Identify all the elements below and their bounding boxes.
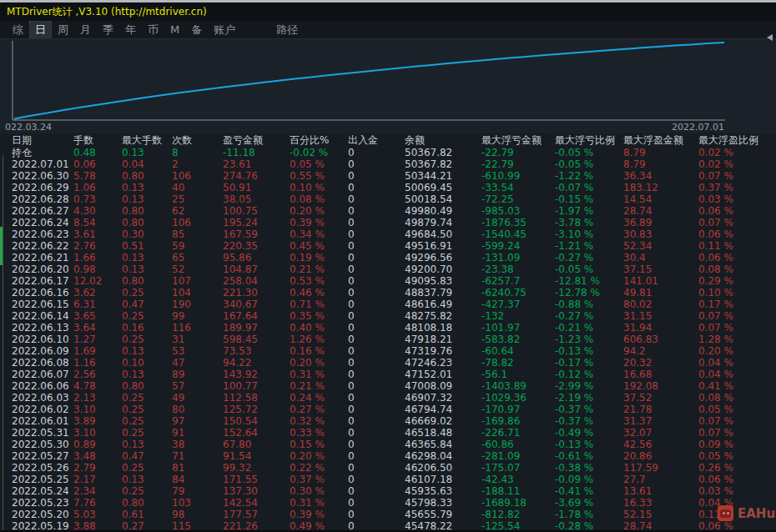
table-row[interactable]: 2022.07.010.060.04223.610.05 %050367.82-… bbox=[0, 158, 776, 170]
menu-item-nian[interactable]: 年 bbox=[120, 22, 141, 38]
table-row[interactable]: 2022.06.291.060.134050.910.10 %050069.45… bbox=[0, 182, 776, 193]
table-row[interactable]: 2022.06.248.540.80106195.240.39 %049879.… bbox=[0, 217, 776, 228]
cell-pct: 0.34 % bbox=[290, 228, 348, 240]
table-row[interactable]: 2022.06.211.660.136595.860.19 %049296.56… bbox=[0, 252, 776, 263]
menu-item-zong[interactable]: 综 bbox=[8, 22, 28, 38]
cell-pnl: 143.92 bbox=[223, 369, 290, 380]
cell-balance: 46794.74 bbox=[405, 404, 481, 415]
table-row[interactable]: 2022.06.222.760.5159220.350.45 %049516.9… bbox=[0, 240, 776, 252]
table-row[interactable]: 2022.06.064.780.8057100.770.21 %047008.0… bbox=[0, 380, 776, 392]
table-row[interactable]: 2022.06.305.780.80106274.760.55 %050344.… bbox=[0, 170, 776, 182]
table-row[interactable]: 2022.05.273.480.477191.540.20 %046298.04… bbox=[0, 450, 776, 462]
cell-pnl: 73.53 bbox=[223, 345, 290, 357]
table-row[interactable]: 2022.05.262.790.258199.320.22 %046206.50… bbox=[0, 462, 776, 474]
cell-lots: 12.02 bbox=[73, 275, 122, 287]
cell-trades: 2 bbox=[172, 158, 223, 170]
left-scrollbar-thumb[interactable] bbox=[0, 227, 3, 265]
cell-trades: 107 bbox=[172, 275, 223, 287]
cell-balance: 47246.23 bbox=[405, 357, 481, 369]
cell-max-float-loss-pct: -12.81 % bbox=[555, 275, 623, 287]
table-row[interactable]: 2022.06.163.620.25104221.300.46 %048837.… bbox=[0, 287, 776, 299]
cell-max-float-profit-pct: 0.07 % bbox=[698, 310, 776, 322]
cell-trades: 106 bbox=[172, 170, 223, 182]
table-row[interactable]: 2022.05.237.760.80103142.540.31 %045798.… bbox=[0, 497, 776, 509]
table-row[interactable]: 2022.05.252.170.1384171.550.37 %046107.1… bbox=[0, 474, 776, 485]
cell-pct: 0.05 % bbox=[290, 158, 348, 170]
menu-item-zhou[interactable]: 周 bbox=[53, 22, 73, 38]
cell-lots: 3.10 bbox=[73, 404, 122, 415]
menu-item-ji[interactable]: 季 bbox=[98, 22, 118, 38]
cell-date: 持仓 bbox=[12, 147, 73, 158]
table-row[interactable]: 2022.06.1712.020.80107258.040.53 %049095… bbox=[0, 275, 776, 287]
table-row[interactable]: 2022.05.205.030.6198177.570.39 %045655.7… bbox=[0, 509, 776, 520]
cell-pct: 0.37 % bbox=[290, 474, 348, 485]
cell-max-float-loss-pct: -3.69 % bbox=[555, 497, 623, 509]
table-row[interactable]: 2022.06.133.640.16116189.970.40 %048108.… bbox=[0, 322, 776, 334]
cell-max-float-loss: -175.07 bbox=[481, 462, 555, 474]
table-row[interactable]: 2022.06.081.160.104794.220.20 %047246.23… bbox=[0, 357, 776, 369]
cell-max-float-profit: 49.81 bbox=[623, 287, 698, 299]
cell-pnl: 95.86 bbox=[223, 252, 290, 263]
cell-max-float-profit-pct: 0.07 % bbox=[698, 170, 776, 182]
table-row[interactable]: 2022.06.233.610.3085167.590.34 %049684.5… bbox=[0, 228, 776, 240]
cell-lots: 3.89 bbox=[73, 415, 122, 427]
cell-max-float-loss: -42.43 bbox=[481, 474, 555, 485]
table-row[interactable]: 2022.05.313.100.2591152.640.33 %046518.4… bbox=[0, 427, 776, 439]
table-row[interactable]: 2022.06.091.690.135373.530.16 %047319.76… bbox=[0, 345, 776, 357]
table-row[interactable]: 2022.06.156.310.47190340.670.71 %048616.… bbox=[0, 299, 776, 310]
table-row[interactable]: 2022.06.023.100.2580125.720.27 %046794.7… bbox=[0, 404, 776, 415]
menu-item-ri[interactable]: 日 bbox=[30, 22, 51, 38]
cell-trades: 103 bbox=[172, 497, 223, 509]
table-row[interactable]: 2022.06.143.650.2599167.640.35 %048275.8… bbox=[0, 310, 776, 322]
table-row[interactable]: 2022.06.013.890.2597150.540.32 %046669.0… bbox=[0, 415, 776, 427]
cell-date: 2022.06.30 bbox=[12, 170, 73, 182]
cell-pnl: 167.64 bbox=[223, 310, 290, 322]
table-row[interactable]: 2022.05.242.340.2579137.300.30 %045935.6… bbox=[0, 485, 776, 497]
cell-max-float-profit-pct: 0.37 % bbox=[698, 182, 776, 193]
cell-lots: 2.17 bbox=[73, 474, 122, 485]
table-row[interactable]: 2022.06.274.300.8062100.750.20 %049980.4… bbox=[0, 205, 776, 217]
menu-item-m[interactable]: M bbox=[165, 23, 184, 37]
cell-in-out: 0 bbox=[348, 474, 405, 485]
cell-balance: 46206.50 bbox=[405, 462, 481, 474]
table-row[interactable]: 2022.06.072.560.1389143.920.31 %047152.0… bbox=[0, 369, 776, 380]
cell-pnl: 258.04 bbox=[223, 275, 290, 287]
cell-max-lots: 0.13 bbox=[122, 193, 172, 205]
cell-max-float-profit-pct: 0.10 % bbox=[698, 287, 776, 299]
menu-item-lujing[interactable]: 路径 bbox=[271, 22, 303, 38]
window-title: MTDriver统计 ,V3.10 (http://mtdriver.cn) bbox=[7, 6, 207, 18]
cell-pct: 0.31 % bbox=[290, 497, 348, 509]
cell-max-float-loss-pct: -0.15 % bbox=[555, 193, 623, 205]
table-row[interactable]: 2022.06.280.730.132538.050.08 %050018.54… bbox=[0, 193, 776, 205]
cell-date: 2022.05.26 bbox=[12, 462, 73, 474]
cell-max-lots: 0.13 bbox=[122, 439, 172, 450]
cell-pnl: 167.59 bbox=[223, 228, 290, 240]
cell-pnl: 340.67 bbox=[223, 299, 290, 310]
cell-trades: 49 bbox=[172, 392, 223, 404]
table-row[interactable]: 2022.06.200.980.1352104.870.21 %049200.7… bbox=[0, 263, 776, 275]
cell-max-float-profit-pct: 0.07 % bbox=[698, 322, 776, 334]
cell-pnl: 112.58 bbox=[223, 392, 290, 404]
menu-item-bei[interactable]: 备 bbox=[186, 22, 207, 38]
left-scrollbar-track[interactable] bbox=[3, 155, 3, 532]
cell-max-float-loss-pct: -0.17 % bbox=[555, 357, 623, 369]
menu-item-yue[interactable]: 月 bbox=[75, 22, 96, 38]
cell-balance: 49095.83 bbox=[405, 275, 481, 287]
cell-balance: 50367.82 bbox=[405, 158, 481, 170]
cell-max-float-profit: 14.54 bbox=[623, 193, 698, 205]
cell-max-float-profit-pct: 0.06 % bbox=[698, 205, 776, 217]
cell-max-lots: 0.25 bbox=[122, 392, 172, 404]
cell-max-float-profit-pct: 0.41 % bbox=[698, 380, 776, 392]
menu-item-bi[interactable]: 币 bbox=[143, 22, 164, 38]
cell-in-out: 0 bbox=[348, 252, 405, 263]
cell-max-float-profit: 42.56 bbox=[623, 439, 698, 450]
table-row[interactable]: 2022.06.101.270.2531598.451.26 %047918.2… bbox=[0, 334, 776, 345]
cell-max-float-loss-pct: -0.88 % bbox=[555, 299, 623, 310]
table-row[interactable]: 2022.06.032.130.2549112.580.24 %046907.3… bbox=[0, 392, 776, 404]
menu-item-zhanghu[interactable]: 账户 bbox=[209, 22, 240, 38]
table-row[interactable]: 2022.05.300.890.133867.800.15 %046365.84… bbox=[0, 439, 776, 450]
table-row[interactable]: 持仓0.480.138-11.18-0.02 %050367.82-22.79-… bbox=[0, 147, 776, 158]
cell-max-lots: 0.13 bbox=[122, 474, 172, 485]
cell-lots: 0.98 bbox=[73, 263, 122, 275]
cell-max-float-profit: 31.37 bbox=[623, 415, 698, 427]
